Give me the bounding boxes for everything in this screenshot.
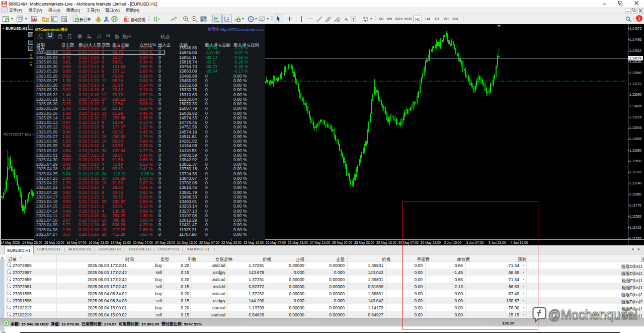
- svg-text:F: F: [338, 20, 340, 22]
- svg-text:T: T: [352, 17, 355, 22]
